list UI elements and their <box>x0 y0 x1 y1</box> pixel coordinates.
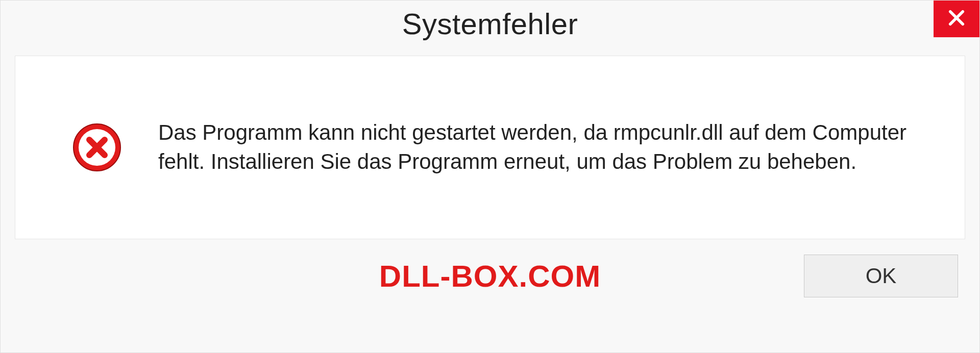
error-icon <box>71 122 122 173</box>
close-icon <box>946 7 967 31</box>
titlebar: Systemfehler <box>1 1 979 46</box>
content-panel: Das Programm kann nicht gestartet werden… <box>15 56 965 239</box>
error-message: Das Programm kann nicht gestartet werden… <box>158 118 934 176</box>
dialog-title: Systemfehler <box>402 7 578 41</box>
error-dialog: Systemfehler Das Programm kann nicht ges… <box>0 0 980 353</box>
dialog-footer: DLL-BOX.COM OK <box>1 239 979 318</box>
watermark-text: DLL-BOX.COM <box>379 259 601 294</box>
close-button[interactable] <box>934 1 979 37</box>
ok-button[interactable]: OK <box>804 255 958 297</box>
